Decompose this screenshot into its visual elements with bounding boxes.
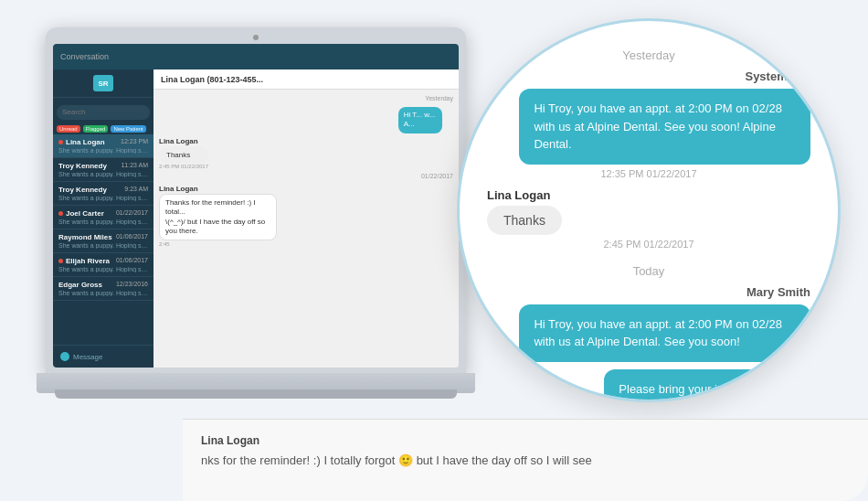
contact-item[interactable]: Edgar Gross 12/23/2016 She wants a puppy… [53,277,153,301]
lina-name: Lina Logan [159,137,208,145]
lina-long-message: Thanks for the reminder! :) I total...\(… [159,194,277,241]
chat-contact-name: Lina Logan (801-123-455... [161,75,263,84]
screen-bezel: Conversation SR Unread Flagged [46,27,466,375]
filter-flagged[interactable]: Flagged [83,125,109,133]
circle-yesterday-section: Yesterday System M... Hi Troy, you have … [487,48,810,179]
sidebar-search[interactable] [53,98,153,123]
app-container: Conversation SR Unread Flagged [53,44,459,368]
circle-insurance-bubble: Please bring your insurance card. [604,369,810,400]
circle-today-label: Today [487,264,810,278]
contact-item[interactable]: Joel Carter 01/22/2017 She wants a puppy… [53,206,153,229]
circle-lina-section: Lina Logan Thanks 2:45 PM 01/22/2017 [487,188,810,250]
circle-yesterday-label: Yesterday [487,48,810,62]
contact-item[interactable]: Troy Kennedy 11:23 AM She wants a puppy.… [53,158,153,182]
sidebar-nav: Message [53,345,153,368]
circle-system-sender: System M... [487,69,810,83]
laptop-screen: Conversation SR Unread Flagged [53,44,459,368]
camera [253,35,259,40]
lina-name-2: Lina Logan [159,185,306,193]
thanks-time: 2:45 PM 01/22/2017 [159,164,208,169]
messages-label: Message [73,353,102,361]
chat-date-yesterday: Yesterday [159,95,453,101]
outgoing-message-1: Hi T... w... A... [398,107,442,133]
app-header-title: Conversation [60,52,109,61]
chat-area: Lina Logan (801-123-455... Yesterday Hi … [153,69,459,368]
messages-icon [60,352,69,361]
circle-mary-name: Mary Smith [487,285,810,299]
app-body: SR Unread Flagged New Patient [53,69,459,368]
circle-system-message: Hi Troy, you have an appt. at 2:00 PM on… [519,89,810,165]
circle-lina-name: Lina Logan [487,188,810,202]
messages-nav-item[interactable]: Message [57,349,150,364]
contact-item[interactable]: Troy Kennedy 9:23 AM She wants a puppy. … [53,182,153,206]
laptop-device: Conversation SR Unread Flagged [37,27,475,448]
circle-system-time: 12:35 PM 01/22/2017 [487,168,810,179]
circle-overlay: Yesterday System M... Hi Troy, you have … [457,18,841,402]
circle-thanks-time: 2:45 PM 01/22/2017 [487,239,810,250]
search-input[interactable] [57,105,150,120]
contact-item[interactable]: Lina Logan 12:23 PM She wants a puppy. H… [53,134,153,158]
bottom-message-text: nks for the reminder! :) I totally forgo… [201,453,850,469]
logo-box: SR [93,75,113,91]
lina-time-2: 2:45 [159,241,306,247]
chat-date-2017: 01/22/2017 [159,173,453,179]
sidebar: SR Unread Flagged New Patient [53,69,153,368]
circle-inner: Yesterday System M... Hi Troy, you have … [460,21,838,400]
sidebar-filters: Unread Flagged New Patient [53,123,153,134]
circle-thanks-bubble: Thanks [487,206,562,235]
bottom-sender-name: Lina Logan [201,433,850,449]
chat-header: Lina Logan (801-123-455... [153,69,459,90]
sidebar-logo: SR [53,69,153,98]
contact-list: Lina Logan 12:23 PM She wants a puppy. H… [53,134,153,346]
filter-unread[interactable]: Unread [57,125,80,133]
filter-new-patient[interactable]: New Patient [111,125,145,133]
bottom-message-bubble: Lina Logan nks for the reminder! :) I to… [183,419,868,501]
laptop-base-bottom [55,389,457,399]
contact-item[interactable]: Elijah Rivera 01/06/2017 She wants a pup… [53,253,153,277]
thanks-bubble: Thanks [159,147,208,163]
circle-mary-message1: Hi Troy, you have an appt. at 2:00 PM on… [519,304,810,362]
app-header: Conversation [53,44,459,69]
chat-messages: Yesterday Hi T... w... A... Lina Logan T… [153,90,459,368]
contact-item[interactable]: Raymond Miles 01/06/2017 She wants a pup… [53,229,153,253]
